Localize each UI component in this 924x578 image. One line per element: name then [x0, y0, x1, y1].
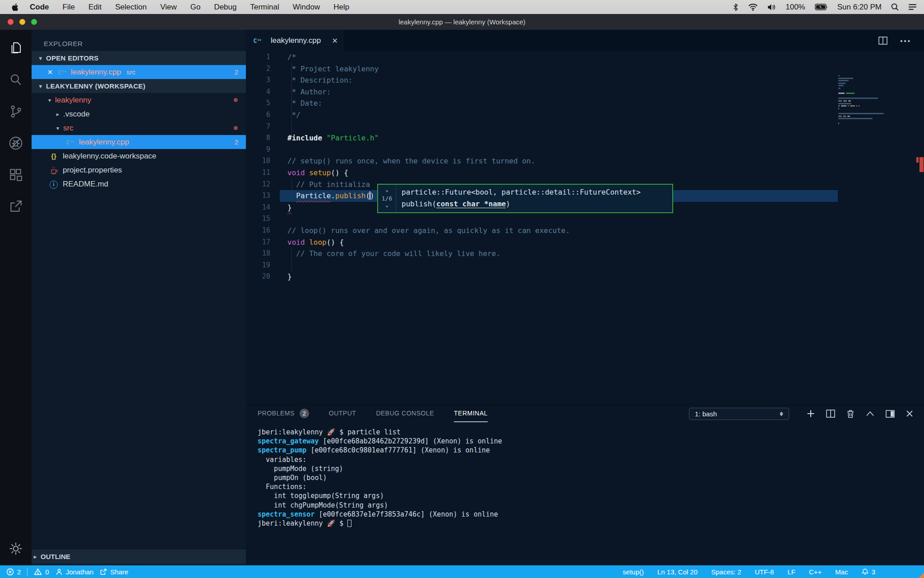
notification-center-icon[interactable] [908, 4, 917, 10]
menu-help[interactable]: Help [327, 3, 356, 12]
hint-prev-icon[interactable]: ⌃ [385, 189, 388, 196]
new-terminal-icon[interactable] [807, 410, 815, 418]
tab-leakylenny-cpp[interactable]: C++ leakylenny.cpp ✕ [246, 30, 344, 51]
minimap[interactable] [838, 75, 901, 126]
close-panel-icon[interactable] [906, 410, 913, 417]
panel-tab-debug-console[interactable]: DEBUG CONSOLE [376, 405, 434, 422]
outline-section-header[interactable]: ▸ OUTLINE [32, 550, 246, 564]
zoom-window-button[interactable] [31, 19, 37, 25]
tab-label: leakylenny.cpp [271, 36, 321, 45]
terminal-output[interactable]: jberi:leakylenny 🚀 $ particle listspectr… [258, 428, 915, 528]
tab-close-icon[interactable]: ✕ [332, 37, 338, 45]
terminal-line: jberi:leakylenny 🚀 $ particle list [258, 428, 915, 437]
menu-go[interactable]: Go [184, 3, 208, 12]
kill-terminal-icon[interactable] [846, 410, 855, 418]
tree-item-readme-md[interactable]: iREADME.md [32, 177, 246, 191]
tree-item-leakylenny[interactable]: ▾leakylenny [32, 93, 246, 107]
code-line-3[interactable]: 3 * Description: [246, 75, 924, 86]
platform-status[interactable]: Mac [835, 568, 848, 576]
settings-gear-icon[interactable] [8, 541, 23, 556]
toggle-panel-layout-icon[interactable] [886, 410, 895, 418]
extensions-icon[interactable] [8, 167, 23, 182]
shell-select-value: 1: bash [695, 410, 717, 418]
menu-status-area: 100% Sun 6:20 PM [733, 3, 924, 12]
code-area[interactable]: 1/*2 * Project leakylenny3 * Description… [246, 51, 924, 405]
code-line-4[interactable]: 4 * Author: [246, 86, 924, 98]
share-export-icon[interactable] [8, 199, 23, 214]
code-line-2[interactable]: 2 * Project leakylenny [246, 63, 924, 75]
tree-item-leakylenny-code-workspace[interactable]: {}leakylenny.code-workspace [32, 149, 246, 163]
code-line-10[interactable]: 10// setup() runs once, when the device … [246, 155, 924, 167]
tree-item--vscode[interactable]: ▸.vscode [32, 107, 246, 121]
problems-errors-status[interactable]: 2 [6, 568, 21, 576]
source-control-icon[interactable] [8, 104, 23, 119]
bottom-panel: PROBLEMS2OUTPUTDEBUG CONSOLETERMINAL 1: … [246, 405, 924, 565]
terminal-line: jberi:leakylenny 🚀 $ [258, 519, 915, 528]
menu-code[interactable]: Code [23, 3, 56, 12]
symbol-status[interactable]: setup() [623, 568, 644, 576]
menu-debug[interactable]: Debug [207, 3, 243, 12]
code-line-7[interactable]: 7 [246, 121, 924, 133]
spotlight-search-icon[interactable] [891, 3, 899, 11]
code-line-16[interactable]: 16// loop() runs over and over again, as… [246, 225, 924, 237]
code-line-11[interactable]: 11void setup() { [246, 167, 924, 179]
cpp-file-icon: C++ [252, 37, 262, 44]
search-icon[interactable] [8, 72, 23, 88]
code-line-15[interactable]: 15 [246, 213, 924, 225]
line-number: 10 [246, 155, 280, 167]
maximize-panel-icon[interactable] [866, 411, 874, 416]
apple-menu-icon[interactable] [7, 3, 23, 11]
code-line-20[interactable]: 20} [246, 271, 924, 283]
close-editor-icon[interactable]: ✕ [46, 68, 54, 76]
minimize-window-button[interactable] [19, 19, 25, 25]
code-line-17[interactable]: 17void loop() { [246, 237, 924, 248]
hint-next-icon[interactable]: ⌄ [385, 202, 388, 208]
java-file-icon [49, 166, 59, 174]
cursor-position-status[interactable]: Ln 13, Col 20 [657, 568, 698, 576]
split-editor-icon[interactable] [878, 37, 887, 45]
code-line-6[interactable]: 6 */ [246, 109, 924, 121]
panel-tab-terminal[interactable]: TERMINAL [454, 405, 488, 422]
bluetooth-icon[interactable] [733, 3, 739, 11]
code-line-18[interactable]: 18 // The core of your code will likely … [246, 248, 924, 260]
split-terminal-icon[interactable] [826, 410, 835, 418]
share-status[interactable]: Share [100, 568, 128, 576]
tree-item-project-properties[interactable]: project.properties [32, 163, 246, 177]
eol-status[interactable]: LF [787, 568, 795, 576]
menu-terminal[interactable]: Terminal [243, 3, 286, 12]
notifications-status[interactable]: 3 [862, 568, 875, 576]
code-line-1[interactable]: 1/* [246, 51, 924, 63]
item-label: src [63, 124, 74, 133]
code-line-9[interactable]: 9 [246, 144, 924, 156]
menu-window[interactable]: Window [286, 3, 327, 12]
language-mode-status[interactable]: C++ [809, 568, 822, 576]
volume-icon[interactable] [767, 4, 776, 11]
menu-edit[interactable]: Edit [82, 3, 108, 12]
problems-warnings-status[interactable]: 0 [34, 568, 49, 576]
more-actions-icon[interactable]: ••• [900, 37, 911, 45]
tree-item-src[interactable]: ▾src [32, 121, 246, 135]
tree-item-leakylenny-cpp[interactable]: ✕C++leakylenny.cppsrc2 [32, 65, 246, 79]
close-window-button[interactable] [8, 19, 14, 25]
code-line-8[interactable]: 8#include "Particle.h" [246, 132, 924, 144]
section-leakylenny-workspace-[interactable]: ▾LEAKYLENNY (WORKSPACE) [32, 79, 246, 93]
panel-tab-output[interactable]: OUTPUT [329, 405, 356, 422]
panel-tab-problems[interactable]: PROBLEMS2 [258, 405, 309, 422]
code-line-19[interactable]: 19 [246, 260, 924, 271]
encoding-status[interactable]: UTF-8 [755, 568, 774, 576]
menu-view[interactable]: View [153, 3, 184, 12]
explorer-icon[interactable] [8, 41, 23, 56]
terminal-shell-select[interactable]: 1: bash [689, 408, 789, 420]
line-number: 1 [246, 51, 280, 63]
section-open-editors[interactable]: ▾OPEN EDITORS [32, 51, 246, 65]
menu-selection[interactable]: Selection [108, 3, 153, 12]
wifi-icon[interactable] [748, 4, 758, 11]
tree-item-leakylenny-cpp[interactable]: C++leakylenny.cpp2 [32, 135, 246, 149]
menu-clock[interactable]: Sun 6:20 PM [837, 3, 882, 12]
line-number: 2 [246, 63, 280, 75]
menu-file[interactable]: File [56, 3, 82, 12]
indentation-status[interactable]: Spaces: 2 [711, 568, 741, 576]
account-status[interactable]: Jonathan [55, 568, 94, 576]
debug-icon[interactable] [8, 135, 23, 151]
code-line-5[interactable]: 5 * Date: [246, 98, 924, 109]
